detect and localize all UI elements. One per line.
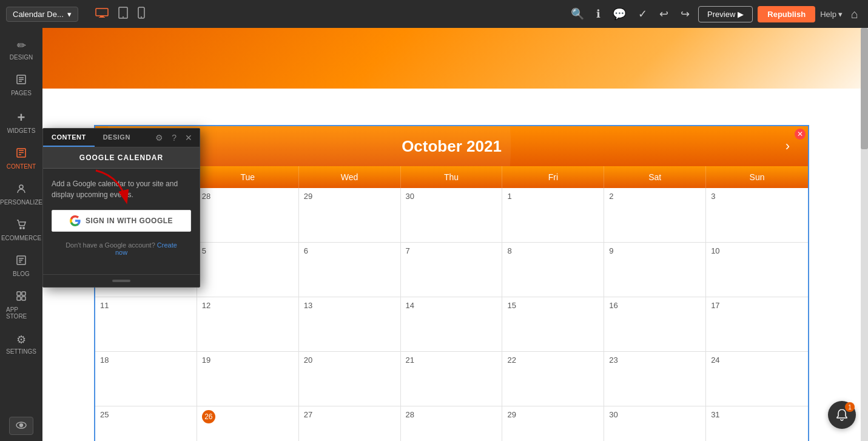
home-button[interactable]: ⌂ bbox=[847, 5, 862, 24]
google-signin-label: SIGN IN WITH GOOGLE bbox=[86, 217, 173, 225]
chevron-down-icon: ▾ bbox=[838, 10, 843, 19]
table-row: 22 bbox=[502, 352, 604, 406]
table-row: 23 bbox=[604, 352, 706, 406]
help-button[interactable]: Help ▾ bbox=[820, 10, 843, 19]
cal-day-thu: Thu bbox=[401, 166, 503, 188]
sidebar-bottom bbox=[9, 417, 33, 435]
notification-badge: 1 bbox=[845, 402, 855, 412]
table-row: 25 bbox=[95, 406, 197, 441]
panel-help-icon[interactable]: ? bbox=[168, 130, 180, 145]
table-row: 3 bbox=[706, 188, 808, 243]
table-row: 19 bbox=[197, 352, 299, 406]
topbar-right: 🔍 ℹ 💬 ✓ ↩ ↪ Preview ▶ Republish Help ▾ ⌂ bbox=[567, 5, 862, 24]
sidebar-item-ecommerce[interactable]: ECOMMERCE bbox=[2, 214, 40, 246]
scrollbar-thumb[interactable] bbox=[861, 28, 868, 149]
table-row: 21 bbox=[401, 352, 503, 406]
table-row: 20 bbox=[299, 352, 401, 406]
sidebar-item-personalize[interactable]: PERSONALIZE bbox=[2, 178, 40, 210]
tab-content[interactable]: CONTENT bbox=[43, 129, 95, 147]
panel-overlay: CONTENT DESIGN ⚙ ? ✕ GOOGLE CALENDAR Add… bbox=[42, 128, 200, 288]
calendar-close-btn[interactable]: ✕ bbox=[795, 129, 806, 140]
check-icon-btn[interactable]: ✓ bbox=[634, 5, 651, 23]
mobile-device-btn[interactable] bbox=[134, 4, 149, 24]
table-row: 28 bbox=[197, 188, 299, 243]
svg-point-17 bbox=[23, 227, 24, 229]
desktop-device-btn[interactable] bbox=[92, 4, 112, 24]
table-row: 24 bbox=[706, 352, 808, 406]
table-row: 30 bbox=[401, 188, 503, 243]
panel-tab-icons: ⚙ ? ✕ bbox=[152, 130, 200, 145]
widgets-icon: + bbox=[18, 110, 25, 126]
comments-icon-btn[interactable]: 💬 bbox=[609, 5, 630, 23]
sidebar-item-pages[interactable]: PAGES bbox=[2, 69, 40, 101]
svg-rect-23 bbox=[22, 292, 25, 295]
cal-day-sun: Sun bbox=[706, 166, 808, 188]
no-account-text: Don't have a Google account? bbox=[66, 241, 155, 249]
sidebar-item-content[interactable]: CONTENT bbox=[2, 143, 40, 175]
sidebar-item-blog[interactable]: BLOG bbox=[2, 250, 40, 282]
sidebar: ✏ DESIGN PAGES + WIDGETS CONTENT PERSONA… bbox=[0, 28, 42, 441]
tablet-device-btn[interactable] bbox=[115, 4, 132, 24]
svg-rect-0 bbox=[96, 8, 108, 16]
sidebar-item-settings[interactable]: ⚙ SETTINGS bbox=[2, 328, 40, 360]
sidebar-item-design[interactable]: ✏ DESIGN bbox=[2, 34, 40, 66]
panel-settings-icon[interactable]: ⚙ bbox=[152, 130, 167, 145]
sidebar-item-label: SETTINGS bbox=[6, 348, 36, 355]
google-signin-button[interactable]: SIGN IN WITH GOOGLE bbox=[52, 210, 191, 232]
calendar-widget[interactable]: ‹ October 2021 › ✕ Mon Tue Wed Thu Fri S… bbox=[94, 125, 809, 441]
table-row: 5 bbox=[197, 243, 299, 297]
calendar-body: 27 28 29 30 1 2 3 4 5 6 7 8 9 10 11 bbox=[95, 188, 808, 441]
sidebar-item-label: APP STORE bbox=[6, 306, 36, 320]
table-row: 7 bbox=[401, 243, 503, 297]
visibility-toggle-btn[interactable] bbox=[9, 417, 33, 435]
svg-point-6 bbox=[141, 16, 142, 18]
sidebar-item-label: CONTENT bbox=[7, 163, 36, 170]
sidebar-item-label: WIDGETS bbox=[7, 127, 36, 134]
search-icon-btn[interactable]: 🔍 bbox=[567, 5, 588, 23]
app-store-icon bbox=[16, 291, 27, 305]
svg-point-4 bbox=[123, 16, 124, 18]
table-row: 6 bbox=[299, 243, 401, 297]
table-row: 13 bbox=[299, 297, 401, 352]
drag-handle[interactable] bbox=[112, 280, 130, 282]
tab-design[interactable]: DESIGN bbox=[95, 129, 139, 147]
page-selector[interactable]: Calendar De... ▾ bbox=[6, 7, 78, 22]
topbar-left: Calendar De... ▾ bbox=[6, 7, 78, 22]
panel-title: GOOGLE CALENDAR bbox=[43, 147, 200, 169]
table-row: 8 bbox=[502, 243, 604, 297]
sidebar-item-app-store[interactable]: APP STORE bbox=[2, 286, 40, 325]
panel-content: Add a Google calendar to your site and d… bbox=[43, 169, 200, 274]
pages-icon bbox=[16, 74, 27, 88]
right-scrollbar[interactable] bbox=[861, 28, 868, 441]
svg-rect-25 bbox=[22, 297, 25, 300]
sidebar-item-widgets[interactable]: + WIDGETS bbox=[2, 105, 40, 139]
blog-icon bbox=[16, 255, 27, 269]
cal-day-wed: Wed bbox=[299, 166, 401, 188]
page-selector-label: Calendar De... bbox=[13, 10, 64, 19]
undo-icon-btn[interactable]: ↩ bbox=[656, 5, 672, 23]
table-row: 10 bbox=[706, 243, 808, 297]
table-row: 16 bbox=[604, 297, 706, 352]
settings-icon: ⚙ bbox=[16, 333, 26, 346]
table-row: 15 bbox=[502, 297, 604, 352]
table-row: 31 bbox=[706, 406, 808, 441]
cal-day-fri: Fri bbox=[502, 166, 604, 188]
svg-rect-24 bbox=[17, 297, 21, 300]
canvas-area: ‹ October 2021 › ✕ Mon Tue Wed Thu Fri S… bbox=[42, 28, 861, 441]
svg-rect-1 bbox=[100, 16, 104, 17]
republish-button[interactable]: Republish bbox=[758, 6, 815, 22]
table-row: 26 bbox=[197, 406, 299, 441]
preview-button[interactable]: Preview ▶ bbox=[698, 6, 753, 22]
sidebar-item-label: PERSONALIZE bbox=[0, 199, 42, 206]
table-row: 2 bbox=[604, 188, 706, 243]
redo-icon-btn[interactable]: ↪ bbox=[677, 5, 693, 23]
table-row: 11 bbox=[95, 297, 197, 352]
device-icons bbox=[92, 4, 149, 24]
info-icon-btn[interactable]: ℹ bbox=[593, 5, 604, 23]
sidebar-item-label: PAGES bbox=[11, 90, 32, 96]
notification-button[interactable]: 1 bbox=[828, 401, 856, 429]
calendar-next-btn[interactable]: › bbox=[779, 136, 796, 157]
panel-close-icon[interactable]: ✕ bbox=[181, 130, 196, 145]
site-header-banner bbox=[42, 28, 861, 125]
topbar: Calendar De... ▾ 🔍 ℹ 💬 ✓ ↩ ↪ Preview ▶ R… bbox=[0, 0, 868, 28]
